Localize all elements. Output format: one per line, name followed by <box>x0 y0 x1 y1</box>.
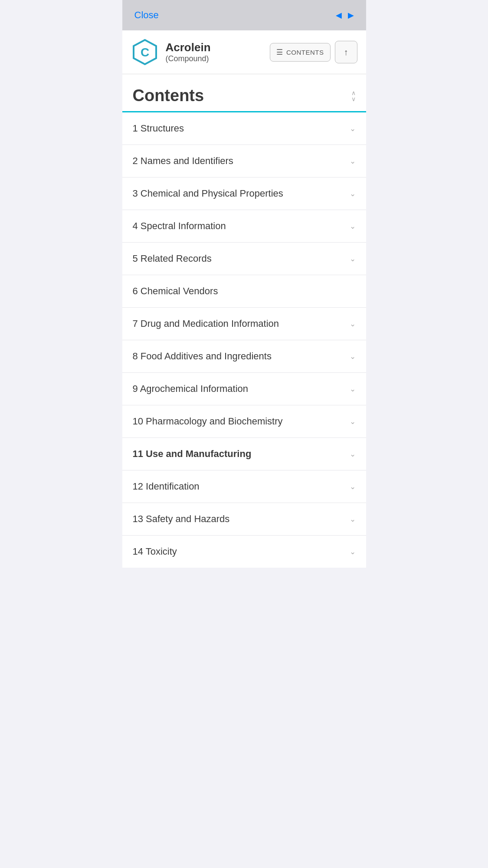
chevron-down-icon-4: ⌄ <box>350 222 356 231</box>
contents-item-label-11: 11 Use and Manufacturing <box>133 448 252 460</box>
chevron-down-icon: ∨ <box>351 96 356 102</box>
top-navigation-bar: Close ◀ ▶ <box>122 0 366 30</box>
chevron-down-icon-2: ⌄ <box>350 157 356 166</box>
compound-header: C Acrolein (Compound) ☰ CONTENTS ↑ <box>122 30 366 74</box>
chevron-down-icon-3: ⌄ <box>350 189 356 198</box>
nav-arrows-group: ◀ ▶ <box>336 10 354 20</box>
contents-list-item-8[interactable]: 8 Food Additives and Ingredients⌄ <box>122 340 366 373</box>
contents-list-item-3[interactable]: 3 Chemical and Physical Properties⌄ <box>122 178 366 210</box>
back-arrow-button[interactable]: ◀ <box>336 10 342 20</box>
chevron-down-icon-1: ⌄ <box>350 124 356 133</box>
contents-button[interactable]: ☰ CONTENTS <box>270 43 331 62</box>
contents-list-item-12[interactable]: 12 Identification⌄ <box>122 470 366 503</box>
contents-item-label-7: 7 Drug and Medication Information <box>133 318 279 329</box>
collapse-toggle-icon[interactable]: ∧ ∨ <box>351 90 356 102</box>
contents-list-item-6[interactable]: 6 Chemical Vendors <box>122 275 366 308</box>
contents-item-label-2: 2 Names and Identifiers <box>133 155 233 167</box>
compound-info: Acrolein (Compound) <box>166 41 263 63</box>
contents-list-item-1[interactable]: 1 Structures⌄ <box>122 112 366 145</box>
chevron-down-icon-10: ⌄ <box>350 417 356 426</box>
contents-item-label-6: 6 Chemical Vendors <box>133 286 218 297</box>
contents-item-label-12: 12 Identification <box>133 481 200 492</box>
contents-item-label-13: 13 Safety and Hazards <box>133 513 230 525</box>
header-buttons-group: ☰ CONTENTS ↑ <box>270 41 357 63</box>
svg-text:C: C <box>140 46 149 59</box>
contents-heading: Contents <box>133 86 204 105</box>
chevron-down-icon-5: ⌄ <box>350 254 356 263</box>
contents-item-label-4: 4 Spectral Information <box>133 220 226 232</box>
contents-item-label-14: 14 Toxicity <box>133 546 177 557</box>
chevron-down-icon-7: ⌄ <box>350 319 356 329</box>
chevron-down-icon-9: ⌄ <box>350 385 356 394</box>
contents-list-item-5[interactable]: 5 Related Records⌄ <box>122 243 366 275</box>
close-button[interactable]: Close <box>134 10 159 21</box>
main-content-area: Contents ∧ ∨ 1 Structures⌄2 Names and Id… <box>122 74 366 568</box>
contents-item-label-3: 3 Chemical and Physical Properties <box>133 188 283 199</box>
scroll-to-top-button[interactable]: ↑ <box>335 41 357 63</box>
contents-item-label-10: 10 Pharmacology and Biochemistry <box>133 416 283 427</box>
contents-list-item-10[interactable]: 10 Pharmacology and Biochemistry⌄ <box>122 405 366 438</box>
contents-item-label-5: 5 Related Records <box>133 253 212 264</box>
contents-item-label-9: 9 Agrochemical Information <box>133 383 249 395</box>
contents-title-section: Contents ∧ ∨ <box>122 74 366 105</box>
contents-list-item-7[interactable]: 7 Drug and Medication Information⌄ <box>122 308 366 340</box>
contents-list-item-4[interactable]: 4 Spectral Information⌄ <box>122 210 366 243</box>
compound-name: Acrolein <box>166 41 263 54</box>
contents-button-label: CONTENTS <box>286 49 324 56</box>
compound-type: (Compound) <box>166 54 263 63</box>
chevron-down-icon-8: ⌄ <box>350 352 356 361</box>
chevron-up-icon: ∧ <box>351 90 356 96</box>
contents-list-item-9[interactable]: 9 Agrochemical Information⌄ <box>122 373 366 405</box>
chevron-down-icon-14: ⌄ <box>350 547 356 556</box>
contents-list-item-14[interactable]: 14 Toxicity⌄ <box>122 536 366 568</box>
chevron-down-icon-13: ⌄ <box>350 515 356 524</box>
compound-logo-icon: C <box>131 38 159 66</box>
contents-list: 1 Structures⌄2 Names and Identifiers⌄3 C… <box>122 112 366 568</box>
chevron-down-icon-12: ⌄ <box>350 482 356 491</box>
contents-list-item-13[interactable]: 13 Safety and Hazards⌄ <box>122 503 366 536</box>
forward-arrow-button[interactable]: ▶ <box>348 10 354 20</box>
contents-item-label-8: 8 Food Additives and Ingredients <box>133 351 272 362</box>
contents-item-label-1: 1 Structures <box>133 123 184 134</box>
chevron-down-icon-11: ⌄ <box>350 450 356 459</box>
contents-lines-icon: ☰ <box>276 48 283 57</box>
contents-list-item-11[interactable]: 11 Use and Manufacturing⌄ <box>122 438 366 470</box>
contents-list-item-2[interactable]: 2 Names and Identifiers⌄ <box>122 145 366 178</box>
